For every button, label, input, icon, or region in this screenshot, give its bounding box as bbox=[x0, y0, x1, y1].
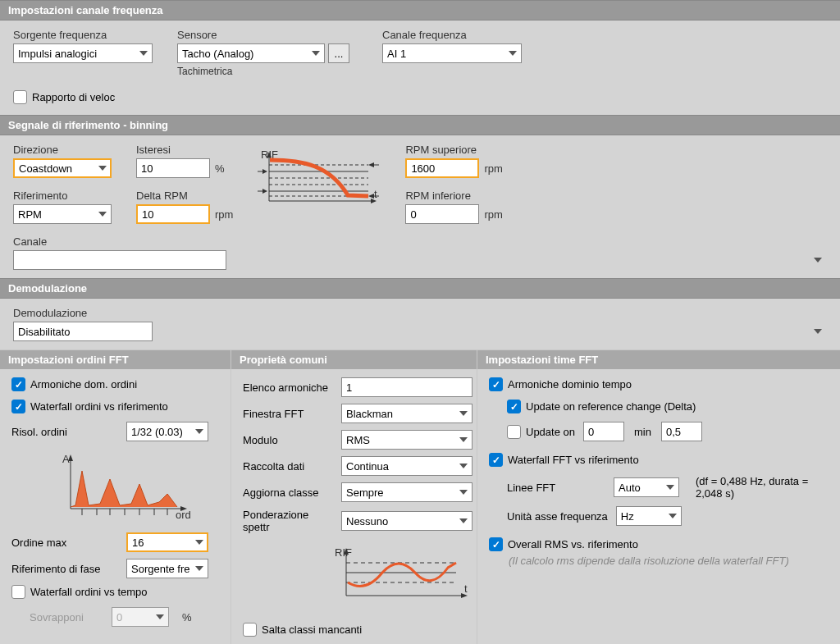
demod-label: Demodulazione bbox=[13, 307, 827, 319]
module-label: Modulo bbox=[243, 434, 333, 446]
overall-rms-note: (Il calcolo rms dipende dalla risoluzion… bbox=[509, 555, 829, 567]
svg-text:t: t bbox=[464, 582, 468, 595]
checkbox-icon bbox=[13, 90, 27, 104]
freq-settings-header: Impostazioni canale frequenza bbox=[0, 0, 840, 21]
phase-ref-select[interactable]: Sorgente freq. bbox=[126, 559, 208, 578]
rpm-lower-unit: rpm bbox=[484, 208, 502, 221]
update-on-checkbox[interactable]: Update on bbox=[507, 425, 575, 439]
fft-lines-label: Linee FFT bbox=[507, 482, 605, 494]
fft-wave-icon: RIF t bbox=[333, 548, 472, 605]
rpm-upper-unit: rpm bbox=[484, 162, 502, 175]
spectral-weighting-select[interactable]: Nessuno bbox=[341, 511, 472, 531]
direction-label: Direzione bbox=[13, 144, 112, 156]
freq-source-select[interactable]: Impulsi analogici bbox=[13, 43, 153, 63]
order-resolution-select[interactable]: 1/32 (0.03) bbox=[126, 422, 208, 441]
checkbox-icon bbox=[507, 400, 521, 413]
fft-lines-select[interactable]: Auto bbox=[614, 477, 679, 497]
speed-ratio-label: Rapporto di veloc bbox=[32, 91, 115, 103]
rpm-lower-input[interactable] bbox=[405, 204, 479, 224]
overlap-label: Sovrapponi bbox=[30, 611, 103, 623]
svg-marker-15 bbox=[262, 189, 267, 194]
phase-ref-label: Riferimento di fase bbox=[11, 563, 118, 575]
freq-unit-label: Unità asse frequenza bbox=[507, 510, 608, 523]
sensor-browse-button[interactable]: ... bbox=[328, 43, 349, 63]
delta-rpm-input[interactable] bbox=[136, 204, 210, 224]
checkbox-icon bbox=[11, 377, 25, 391]
waterfall-orders-ref-checkbox[interactable]: Waterfall ordini vs riferimento bbox=[11, 400, 168, 413]
update-class-select[interactable]: Sempre bbox=[341, 482, 472, 502]
overall-rms-checkbox[interactable]: Overall RMS vs. riferimento bbox=[489, 537, 638, 551]
checkbox-icon bbox=[11, 585, 25, 599]
update-class-label: Aggiorna classe bbox=[243, 486, 333, 499]
hysteresis-unit: % bbox=[215, 162, 225, 175]
binning-channel-select[interactable] bbox=[13, 250, 226, 270]
demod-header: Demodulazione bbox=[0, 278, 840, 299]
fft-window-select[interactable]: Blackman bbox=[341, 404, 472, 423]
skip-missing-checkbox[interactable]: Salta classi mancanti bbox=[243, 623, 362, 637]
fft-window-label: Finestra FFT bbox=[243, 408, 333, 420]
checkbox-icon bbox=[11, 400, 25, 413]
sensor-label: Sensore bbox=[177, 29, 349, 41]
update-on-unit: min bbox=[634, 426, 651, 438]
demod-select[interactable]: Disabilitato bbox=[13, 322, 153, 341]
svg-text:RIF: RIF bbox=[335, 548, 352, 559]
waterfall-fft-ref-checkbox[interactable]: Waterfall FFT vs riferimento bbox=[489, 453, 639, 467]
svg-marker-13 bbox=[262, 169, 267, 174]
rpm-lower-label: RPM inferiore bbox=[405, 190, 502, 202]
update-on-value-input[interactable] bbox=[583, 422, 624, 441]
harmonics-list-input[interactable] bbox=[341, 377, 472, 397]
time-fft-header: Impostazioni time FFT bbox=[477, 350, 840, 369]
data-collection-select[interactable]: Continua bbox=[341, 456, 472, 476]
max-order-label: Ordine max bbox=[11, 537, 118, 549]
data-collection-label: Raccolta dati bbox=[243, 460, 333, 473]
svg-marker-19 bbox=[368, 194, 374, 199]
time-harmonics-checkbox[interactable]: Armoniche dominio tempo bbox=[489, 377, 632, 391]
freq-channel-select[interactable]: AI 1 bbox=[382, 43, 522, 63]
update-reference-checkbox[interactable]: Update on reference change (Delta) bbox=[507, 400, 696, 413]
rpm-upper-label: RPM superiore bbox=[405, 144, 502, 156]
freq-source-label: Sorgente frequenza bbox=[13, 29, 153, 41]
binning-header: Segnale di riferimento - binning bbox=[0, 115, 840, 135]
hysteresis-input[interactable] bbox=[136, 158, 210, 178]
overlap-unit: % bbox=[182, 611, 192, 623]
svg-text:ord: ord bbox=[176, 509, 191, 520]
common-header: Proprietà comuni bbox=[231, 350, 477, 369]
order-spectrum-icon: A ord bbox=[61, 454, 192, 520]
checkbox-icon bbox=[489, 453, 503, 467]
fft-info-text: (df = 0,488 Hz, durata = 2,048 s) bbox=[696, 475, 829, 500]
sensor-helper: Tachimetrica bbox=[177, 66, 349, 77]
coastdown-graph-icon: RIF t bbox=[258, 150, 381, 209]
delta-rpm-label: Delta RPM bbox=[136, 190, 233, 202]
rpm-upper-input[interactable] bbox=[405, 158, 479, 178]
checkbox-icon bbox=[243, 623, 257, 637]
freq-channel-label: Canale frequenza bbox=[382, 29, 522, 41]
checkbox-icon bbox=[507, 425, 521, 439]
checkbox-icon bbox=[489, 537, 503, 551]
max-order-select[interactable]: 16 bbox=[126, 532, 208, 552]
svg-marker-17 bbox=[368, 162, 374, 167]
freq-unit-select[interactable]: Hz bbox=[616, 506, 682, 526]
svg-text:t: t bbox=[374, 188, 377, 200]
hysteresis-label: Isteresi bbox=[136, 144, 233, 156]
direction-select[interactable]: Coastdown bbox=[13, 158, 112, 178]
waterfall-orders-time-checkbox[interactable]: Waterfall ordini vs tempo bbox=[11, 585, 148, 599]
reference-label: Riferimento bbox=[13, 190, 112, 202]
spectral-weighting-label: Ponderazione spettr bbox=[243, 509, 333, 533]
order-harmonics-checkbox[interactable]: Armoniche dom. ordini bbox=[11, 377, 137, 391]
order-resolution-label: Risol. ordini bbox=[11, 426, 118, 438]
sensor-select[interactable]: Tacho (Analog) bbox=[177, 43, 325, 63]
reference-select[interactable]: RPM bbox=[13, 204, 112, 224]
overlap-select: 0 bbox=[112, 607, 169, 627]
binning-channel-label: Canale bbox=[13, 235, 827, 248]
harmonics-list-label: Elenco armoniche bbox=[243, 381, 333, 394]
orders-header: Impostazioni ordini FFT bbox=[0, 350, 231, 369]
speed-ratio-checkbox[interactable]: Rapporto di veloc bbox=[13, 90, 115, 104]
delta-rpm-unit: rpm bbox=[215, 208, 233, 221]
checkbox-icon bbox=[489, 377, 503, 391]
module-select[interactable]: RMS bbox=[341, 430, 472, 450]
update-on-second-input[interactable] bbox=[661, 422, 702, 441]
